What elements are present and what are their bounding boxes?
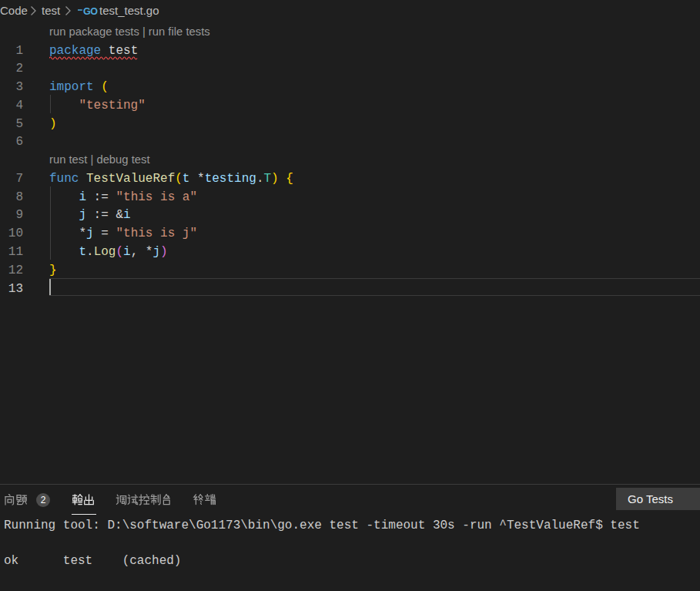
- svg-text:GO: GO: [83, 6, 98, 17]
